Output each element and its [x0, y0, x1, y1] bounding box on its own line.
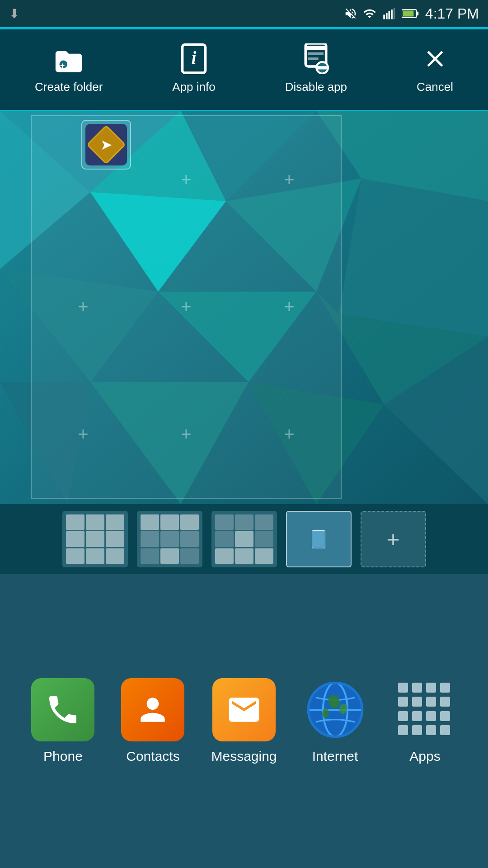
messaging-label: Messaging — [211, 749, 277, 764]
grid-cell-1-2[interactable] — [135, 116, 238, 243]
status-right: 4:17 PM — [344, 5, 479, 22]
mute-icon — [344, 7, 357, 20]
apps-dot — [440, 711, 450, 721]
status-bar: ⬇ — [0, 0, 488, 27]
teal-accent — [0, 27, 488, 29]
thumb-cell — [86, 548, 104, 564]
dock-item-messaging[interactable]: Messaging — [211, 678, 277, 764]
cancel-icon — [419, 43, 451, 75]
apps-dot — [412, 683, 422, 693]
thumb-cell — [215, 514, 234, 530]
apps-dot — [426, 711, 436, 721]
svg-text:i: i — [192, 48, 197, 68]
contacts-icon — [121, 678, 184, 741]
svg-rect-0 — [383, 15, 385, 19]
thumb-cell — [255, 548, 273, 564]
dock-item-contacts[interactable]: Contacts — [121, 678, 184, 764]
svg-rect-7 — [403, 11, 413, 17]
svg-marker-27 — [339, 179, 488, 337]
page-thumb-3[interactable] — [211, 511, 277, 567]
page-selector: + — [0, 504, 488, 574]
dock-item-internet[interactable]: Internet — [304, 678, 367, 764]
svg-rect-13 — [306, 46, 326, 50]
messaging-icon — [212, 678, 276, 741]
thumb-cell — [215, 531, 234, 547]
add-page-button[interactable]: + — [361, 511, 426, 567]
navigation-app-icon[interactable]: ➤ — [81, 120, 131, 170]
wallpaper-area: ➤ — [0, 111, 488, 504]
create-folder-icon: + — [53, 43, 84, 75]
thumb-cell — [235, 548, 253, 564]
dock-item-apps[interactable]: Apps — [394, 678, 457, 764]
thumb-cell — [66, 548, 84, 564]
app-info-button[interactable]: i App info — [172, 43, 215, 94]
page-thumb-1[interactable] — [62, 511, 128, 567]
internet-label: Internet — [312, 749, 358, 764]
disable-app-icon — [300, 43, 332, 75]
grid-cell-3-1[interactable] — [32, 371, 135, 498]
thumb-cell — [106, 548, 124, 564]
apps-dot — [440, 683, 450, 693]
thumb-cell — [86, 531, 104, 547]
grid-cell-2-1[interactable] — [32, 243, 135, 370]
toolbar: + Create folder i App info — [0, 27, 488, 111]
cancel-button[interactable]: Cancel — [417, 43, 453, 94]
signal-icon — [382, 7, 397, 20]
apps-icon — [394, 678, 457, 741]
disable-app-label: Disable app — [285, 80, 347, 94]
svg-rect-4 — [394, 8, 395, 19]
apps-dot — [426, 697, 436, 707]
svg-rect-14 — [308, 52, 324, 55]
apps-dot — [426, 683, 436, 693]
contacts-label: Contacts — [126, 749, 179, 764]
thumb-cell — [141, 531, 159, 547]
status-icons — [344, 7, 420, 20]
thumb-cell — [106, 514, 124, 530]
home-grid: ➤ — [31, 115, 342, 499]
disable-app-button[interactable]: Disable app — [285, 43, 347, 94]
status-time: 4:17 PM — [425, 5, 479, 22]
thumb-cell — [235, 514, 253, 530]
apps-dot — [440, 725, 450, 735]
thumb-cell — [160, 531, 179, 547]
grid-cell-2-2[interactable] — [135, 243, 238, 370]
active-page-indicator — [312, 530, 325, 548]
page-thumb-2[interactable] — [137, 511, 202, 567]
wifi-icon — [362, 7, 377, 20]
thumb-cell — [66, 531, 84, 547]
grid-cell-3-2[interactable] — [135, 371, 238, 498]
grid-cell-1-1[interactable]: ➤ — [32, 116, 135, 243]
phone-label: Phone — [43, 749, 83, 764]
apps-dot — [398, 683, 408, 693]
svg-rect-15 — [308, 57, 319, 60]
svg-text:+: + — [60, 61, 65, 70]
svg-rect-6 — [417, 12, 418, 16]
thumb-cell — [86, 514, 104, 530]
battery-icon — [402, 7, 420, 20]
cancel-label: Cancel — [417, 80, 453, 94]
grid-cell-2-3[interactable] — [238, 243, 341, 370]
apps-label: Apps — [409, 749, 440, 764]
svg-rect-2 — [388, 11, 390, 19]
thumb-cell — [255, 514, 273, 530]
apps-dot — [398, 697, 408, 707]
thumb-cell — [180, 531, 199, 547]
apps-dot — [426, 725, 436, 735]
apps-dot — [412, 711, 422, 721]
apps-dot — [398, 711, 408, 721]
bottom-dock: Phone Contacts Messaging — [0, 574, 488, 868]
thumb-cell — [180, 548, 199, 564]
thumb-cell — [255, 531, 273, 547]
apps-dot — [440, 697, 450, 707]
dock-item-phone[interactable]: Phone — [31, 678, 94, 764]
grid-cell-1-3[interactable] — [238, 116, 341, 243]
thumb-cell — [215, 548, 234, 564]
app-info-label: App info — [172, 80, 215, 94]
grid-cell-3-3[interactable] — [238, 371, 341, 498]
thumb-cell — [235, 531, 253, 547]
page-thumb-4-active[interactable] — [286, 511, 352, 567]
add-page-icon: + — [386, 526, 399, 552]
thumb-cell — [180, 514, 199, 530]
apps-dot — [398, 725, 408, 735]
create-folder-button[interactable]: + Create folder — [35, 43, 103, 94]
